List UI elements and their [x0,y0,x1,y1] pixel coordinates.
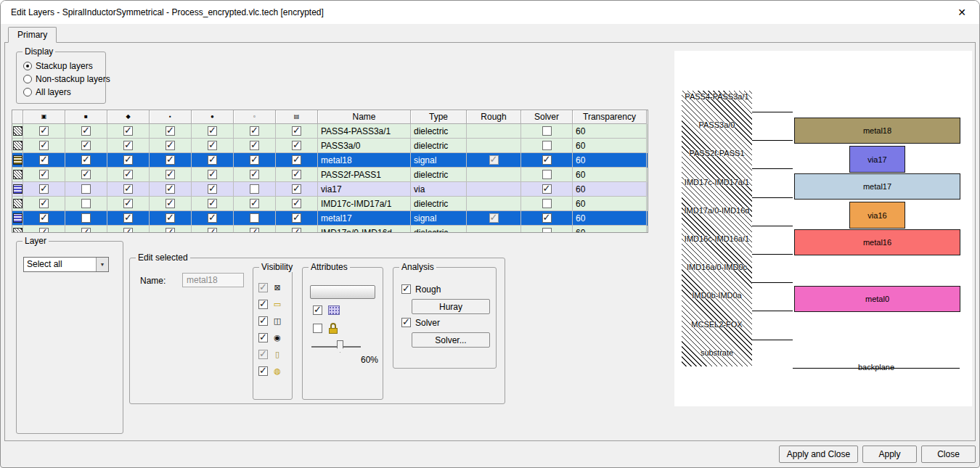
solver-checkbox[interactable] [542,155,552,165]
visibility-checkbox[interactable] [39,213,49,223]
close-icon[interactable]: ✕ [953,1,971,24]
visibility-checkbox[interactable] [123,170,133,179]
transparency-slider[interactable] [311,339,361,355]
close-button[interactable]: Close [921,446,976,463]
solver-checkbox[interactable] [542,213,552,223]
visibility-checkbox[interactable] [166,155,175,165]
visibility-checkbox[interactable] [208,213,217,223]
display-option-non-stackup-layers[interactable]: Non-stackup layers [23,74,110,84]
visibility-checkbox[interactable] [250,228,259,233]
header-name[interactable]: Name [318,110,411,124]
visibility-checkbox[interactable] [39,155,49,165]
visibility-toggle[interactable] [258,366,268,376]
layer-select-combo[interactable]: Select all ▼ [23,257,109,272]
visibility-checkbox[interactable] [250,184,259,194]
visibility-checkbox[interactable] [208,126,217,136]
radio-non-stackup-layers[interactable] [23,75,32,83]
apply-and-close-button[interactable]: Apply and Close [779,446,858,463]
solver-checkbox[interactable] [542,170,552,179]
stackup-block-metal0[interactable]: metal0 [794,286,960,312]
visibility-checkbox[interactable] [166,213,175,223]
visibility-checkbox[interactable] [166,199,175,208]
visibility-toggle[interactable] [258,300,268,309]
lock-checkbox[interactable] [313,324,322,333]
rough-checkbox[interactable] [401,284,411,294]
table-row[interactable]: IMD17a/0-IMD16ddielectric60 [12,226,648,233]
visibility-checkbox[interactable] [166,170,175,179]
visibility-checkbox[interactable] [123,141,133,150]
table-row[interactable]: metal17signal60 [12,211,648,226]
visibility-checkbox[interactable] [250,170,259,179]
slider-thumb[interactable] [337,340,343,353]
table-row[interactable]: metal18signal60 [12,153,648,168]
visibility-checkbox[interactable] [39,126,49,136]
tab-primary[interactable]: Primary [8,27,57,43]
visibility-checkbox[interactable] [81,141,91,150]
visibility-checkbox[interactable] [250,126,259,136]
header-visible-icon[interactable]: ▣ [23,110,65,124]
visibility-checkbox[interactable] [81,213,91,223]
visibility-checkbox[interactable] [123,126,133,136]
solver-checkbox[interactable] [542,184,552,194]
stackup-block-metal16[interactable]: metal16 [794,229,960,255]
huray-button[interactable]: Huray [412,299,490,314]
table-row[interactable]: PASS4-PASS3a/1dielectric60 [12,124,648,139]
visibility-checkbox[interactable] [208,184,217,194]
visibility-checkbox[interactable] [292,228,301,233]
solver-checkbox[interactable] [401,318,411,327]
visibility-checkbox[interactable] [208,141,217,150]
visibility-checkbox[interactable] [292,199,301,208]
visibility-checkbox[interactable] [39,228,49,233]
header-outline-icon[interactable]: ▫ [234,110,276,124]
radio-stackup-layers[interactable] [23,62,32,70]
header-pattern-icon[interactable]: ◆ [107,110,150,124]
apply-button[interactable]: Apply [862,446,917,463]
display-option-all-layers[interactable]: All layers [23,87,110,97]
chevron-down-icon[interactable]: ▼ [96,258,108,271]
header-via-icon[interactable]: ● [192,110,234,124]
visibility-checkbox[interactable] [81,184,91,194]
visibility-checkbox[interactable] [292,141,301,150]
visibility-checkbox[interactable] [250,155,259,165]
header-fill-icon[interactable]: ■ [65,110,107,124]
visibility-checkbox[interactable] [123,228,133,233]
header-text-icon[interactable]: ▤ [276,110,318,124]
visibility-checkbox[interactable] [292,170,301,179]
visibility-checkbox[interactable] [123,199,133,208]
visibility-checkbox[interactable] [166,126,175,136]
visibility-checkbox[interactable] [123,184,133,194]
fill-pattern-checkbox[interactable] [313,305,322,315]
header-rough[interactable]: Rough [467,110,521,124]
header-type[interactable]: Type [411,110,467,124]
visibility-checkbox[interactable] [166,228,175,233]
solver-checkbox[interactable] [542,141,552,150]
stackup-block-metal17[interactable]: metal17 [794,173,960,200]
visibility-checkbox[interactable] [250,199,259,208]
visibility-checkbox[interactable] [292,126,301,136]
visibility-checkbox[interactable] [292,155,301,165]
header-solver[interactable]: Solver [521,110,573,124]
visibility-checkbox[interactable] [123,155,133,165]
solver-button[interactable]: Solver... [412,332,490,348]
visibility-checkbox[interactable] [39,184,49,194]
table-row[interactable]: PASS3a/0dielectric60 [12,139,648,153]
color-swatch-button[interactable] [310,285,375,299]
visibility-checkbox[interactable] [208,170,217,179]
visibility-checkbox[interactable] [123,213,133,223]
visibility-checkbox[interactable] [250,141,259,150]
visibility-checkbox[interactable] [166,141,175,150]
visibility-checkbox[interactable] [208,228,217,233]
radio-all-layers[interactable] [23,88,32,97]
visibility-checkbox[interactable] [208,199,217,208]
solver-checkbox[interactable] [542,126,552,136]
solver-checkbox[interactable] [542,228,552,233]
table-row[interactable]: via17via60 [12,182,648,197]
visibility-checkbox[interactable] [292,213,301,223]
layer-name-field[interactable] [182,273,244,287]
table-row[interactable]: PASS2f-PASS1dielectric60 [12,168,648,182]
stackup-block-via16[interactable]: via16 [849,202,905,229]
stackup-block-via17[interactable]: via17 [849,146,905,173]
table-row[interactable]: IMD17c-IMD17a/1dielectric60 [12,197,648,211]
solver-checkbox[interactable] [542,199,552,208]
visibility-checkbox[interactable] [39,170,49,179]
